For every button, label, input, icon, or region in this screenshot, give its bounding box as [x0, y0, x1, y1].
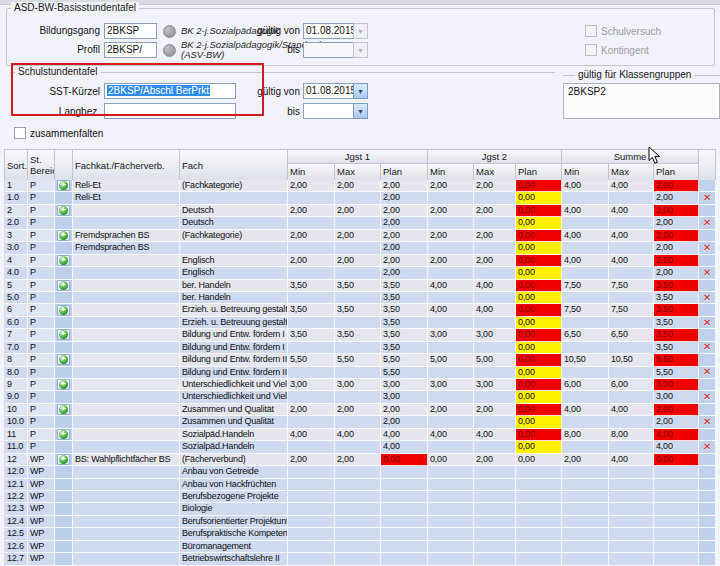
cell-fach[interactable]: (Fachkategorie) [180, 230, 288, 242]
cell-plan-jgst2[interactable] [516, 528, 562, 540]
cell-fach[interactable]: Anbau von Hackfrüchten [180, 479, 288, 491]
cell-plan-jgst2[interactable]: 0,00 [516, 267, 562, 279]
cell-min-jgst1[interactable] [288, 441, 335, 453]
gueltig-von-field-1[interactable]: 01.08.2015 [303, 23, 354, 39]
cell-plan-jgst2[interactable]: 0,00 [516, 367, 562, 379]
cell-max-jgst2[interactable]: 4,00 [474, 429, 516, 441]
cell-max-jgst1[interactable]: 2,00 [335, 230, 381, 242]
cell-min-jgst1[interactable] [288, 553, 335, 565]
add-subject-button[interactable]: + [57, 305, 70, 316]
cell-min-summe[interactable] [562, 516, 609, 528]
cell-fach[interactable] [180, 242, 288, 254]
cell-plan-jgst2[interactable] [516, 479, 562, 491]
cell-fach[interactable]: ber. Handeln [180, 280, 288, 292]
cell-fach[interactable]: Betriebswirtschaftslehre II [180, 553, 288, 565]
cell-fachkat[interactable] [73, 516, 180, 528]
cell-min-jgst1[interactable]: 2,00 [288, 404, 335, 416]
cell-min-jgst2[interactable] [428, 491, 474, 503]
cell-min-jgst2[interactable]: 2,00 [428, 404, 474, 416]
cell-min-jgst1[interactable]: 2,00 [288, 255, 335, 267]
cell-plan-summe[interactable]: 2,00 [654, 267, 699, 279]
cell-min-summe[interactable]: 4,00 [562, 205, 609, 217]
cell-min-summe[interactable]: 6,00 [562, 379, 609, 391]
cell-max-jgst1[interactable] [335, 267, 381, 279]
cell-max-jgst2[interactable] [474, 342, 516, 354]
cell-min-jgst1[interactable] [288, 342, 335, 354]
cell-max-summe[interactable] [609, 528, 654, 540]
cell-max-jgst1[interactable]: 4,00 [335, 429, 381, 441]
cell-max-summe[interactable] [609, 217, 654, 229]
cell-max-summe[interactable] [609, 367, 654, 379]
cell-plan-jgst1[interactable] [381, 528, 428, 540]
cell-plan-jgst1[interactable]: 2,00 [381, 404, 428, 416]
add-subject-button[interactable]: + [57, 230, 70, 241]
cell-plan-jgst1[interactable]: 3,50 [381, 304, 428, 316]
cell-min-jgst2[interactable] [428, 242, 474, 254]
cell-max-summe[interactable] [609, 391, 654, 403]
cell-min-jgst1[interactable]: 2,00 [288, 205, 335, 217]
cell-max-jgst1[interactable] [335, 541, 381, 553]
cell-fachkat[interactable]: Reli-Et [73, 180, 180, 192]
cell-fach[interactable]: Berufsbezogene Projekte [180, 491, 288, 503]
cell-min-summe[interactable] [562, 317, 609, 329]
add-subject-button[interactable]: + [57, 429, 70, 440]
cell-max-jgst1[interactable] [335, 242, 381, 254]
cell-max-jgst2[interactable]: 2,00 [474, 454, 516, 466]
cell-min-summe[interactable] [562, 528, 609, 540]
cell-min-jgst2[interactable] [428, 516, 474, 528]
cell-max-summe[interactable]: 4,00 [609, 205, 654, 217]
cell-fachkat[interactable] [73, 304, 180, 316]
cell-fachkat[interactable] [73, 479, 180, 491]
cell-min-jgst2[interactable] [428, 553, 474, 565]
cell-max-summe[interactable] [609, 416, 654, 428]
cell-max-summe[interactable]: 6,50 [609, 329, 654, 341]
cell-max-jgst1[interactable] [335, 516, 381, 528]
cell-min-jgst1[interactable] [288, 242, 335, 254]
delete-row-button[interactable]: ✕ [703, 268, 711, 278]
cell-fachkat[interactable] [73, 541, 180, 553]
cell-plan-summe[interactable]: 2,00 [654, 192, 699, 204]
cell-max-jgst1[interactable] [335, 292, 381, 304]
cell-max-summe[interactable] [609, 192, 654, 204]
cell-min-summe[interactable]: 7,50 [562, 304, 609, 316]
add-subject-button[interactable]: + [57, 180, 70, 191]
cell-max-jgst2[interactable]: 5,00 [474, 354, 516, 366]
cell-plan-jgst2[interactable] [516, 541, 562, 553]
cell-fachkat[interactable] [73, 354, 180, 366]
cell-min-jgst1[interactable]: 4,00 [288, 429, 335, 441]
cell-plan-jgst2[interactable]: 0,00 [516, 317, 562, 329]
cell-plan-jgst2[interactable]: 0,00 [516, 329, 562, 341]
klassengruppen-list-item[interactable]: 2BKSP2 [564, 84, 719, 99]
cell-max-jgst2[interactable]: 2,00 [474, 230, 516, 242]
add-subject-button[interactable]: + [57, 280, 70, 291]
cell-fachkat[interactable] [73, 379, 180, 391]
cell-max-summe[interactable] [609, 267, 654, 279]
add-subject-button[interactable]: + [57, 379, 70, 390]
cell-min-jgst2[interactable]: 3,00 [428, 329, 474, 341]
cell-fachkat[interactable] [73, 391, 180, 403]
cell-plan-jgst1[interactable] [381, 479, 428, 491]
delete-row-button[interactable]: ✕ [703, 417, 711, 427]
cell-plan-summe[interactable] [654, 479, 699, 491]
cell-plan-summe[interactable]: 0,00 [654, 454, 699, 466]
cell-fachkat[interactable] [73, 466, 180, 478]
cell-max-jgst2[interactable] [474, 441, 516, 453]
cell-min-jgst2[interactable]: 2,00 [428, 230, 474, 242]
cell-plan-summe[interactable]: 3,50 [654, 342, 699, 354]
cell-fach[interactable]: Bildung und Entw. fördern I [180, 342, 288, 354]
cell-plan-jgst2[interactable]: 0,00 [516, 416, 562, 428]
cell-max-summe[interactable]: 4,00 [609, 404, 654, 416]
cell-plan-jgst2[interactable]: 0,00 [516, 230, 562, 242]
cell-plan-jgst2[interactable]: 0,00 [516, 454, 562, 466]
cell-min-jgst2[interactable]: 2,00 [428, 205, 474, 217]
cell-fach[interactable]: Sozialpäd.Handeln [180, 441, 288, 453]
cell-plan-summe[interactable]: 5,50 [654, 367, 699, 379]
cell-max-jgst1[interactable] [335, 367, 381, 379]
cell-min-jgst1[interactable] [288, 466, 335, 478]
cell-plan-summe[interactable]: 3,50 [654, 280, 699, 292]
cell-max-jgst2[interactable] [474, 367, 516, 379]
cell-fach[interactable]: (Fachkategorie) [180, 180, 288, 192]
profil-field[interactable]: 2BKSP/ [104, 42, 157, 58]
cell-min-jgst2[interactable] [428, 217, 474, 229]
cell-max-jgst1[interactable] [335, 342, 381, 354]
